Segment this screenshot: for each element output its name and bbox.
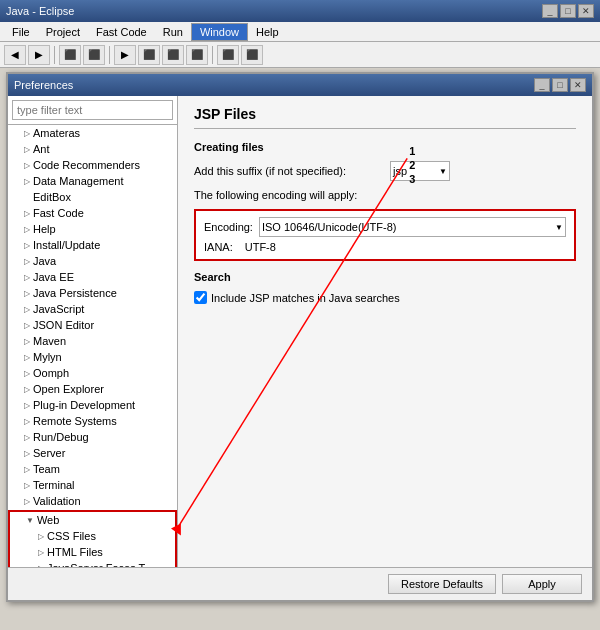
toolbar: ◀ ▶ ⬛ ⬛ ▶ ⬛ ⬛ ⬛ ⬛ ⬛ <box>0 42 600 68</box>
restore-defaults-button[interactable]: Restore Defaults <box>388 574 496 594</box>
dialog-maximize[interactable]: □ <box>552 78 568 92</box>
tree-item-htmlfiles[interactable]: ▷HTML Files <box>10 544 175 560</box>
tree-item-amateras[interactable]: ▷Amateras <box>8 125 177 141</box>
iana-value: UTF-8 <box>245 241 276 253</box>
search-section: Search Include JSP matches in Java searc… <box>194 271 576 304</box>
tree-item-editbox[interactable]: ▷EditBox <box>8 189 177 205</box>
tree-item-javapersistence[interactable]: ▷Java Persistence <box>8 285 177 301</box>
menu-run[interactable]: Run <box>155 24 191 40</box>
encoding-field-label: Encoding: <box>204 221 253 233</box>
encoding-value: ISO 10646/Unicode(UTF-8) <box>262 221 397 233</box>
tree-item-fastcode[interactable]: ▷Fast Code <box>8 205 177 221</box>
dialog-title: Preferences <box>14 79 534 91</box>
window-controls[interactable]: _ □ ✕ <box>542 4 594 18</box>
encoding-select[interactable]: ISO 10646/Unicode(UTF-8) ▼ <box>259 217 566 237</box>
tree-item-coderecommenders[interactable]: ▷Code Recommenders <box>8 157 177 173</box>
dialog-controls[interactable]: _ □ ✕ <box>534 78 586 92</box>
menu-bar: File Project Fast Code Run Window Help <box>0 22 600 42</box>
right-panel: JSP Files Creating files Add this suffix… <box>178 96 592 567</box>
toolbar-btn-3[interactable]: ⬛ <box>59 45 81 65</box>
toolbar-btn-9[interactable]: ⬛ <box>217 45 239 65</box>
tree-item-rundebug[interactable]: ▷Run/Debug <box>8 429 177 445</box>
toolbar-sep-2 <box>109 46 110 64</box>
tree-item-installupdate[interactable]: ▷Install/Update <box>8 237 177 253</box>
toolbar-btn-1[interactable]: ◀ <box>4 45 26 65</box>
iana-label: IANA: <box>204 241 233 253</box>
menu-fastcode[interactable]: Fast Code <box>88 24 155 40</box>
dialog-bottom: Restore Defaults Apply <box>8 567 592 600</box>
minimize-button[interactable]: _ <box>542 4 558 18</box>
tree-filter-input[interactable] <box>12 100 173 120</box>
toolbar-btn-6[interactable]: ⬛ <box>138 45 160 65</box>
apply-button[interactable]: Apply <box>502 574 582 594</box>
menu-window[interactable]: Window <box>191 23 248 41</box>
search-heading: Search <box>194 271 576 283</box>
tree-content: ▷Amateras ▷Ant ▷Code Recommenders ▷Data … <box>8 125 177 567</box>
tree-item-mylyn[interactable]: ▷Mylyn <box>8 349 177 365</box>
tree-item-datamanagement[interactable]: ▷Data Management <box>8 173 177 189</box>
tree-item-remotesystems[interactable]: ▷Remote Systems <box>8 413 177 429</box>
tree-panel: ▷Amateras ▷Ant ▷Code Recommenders ▷Data … <box>8 96 178 567</box>
tree-item-openexplorer[interactable]: ▷Open Explorer <box>8 381 177 397</box>
tree-item-cssfiles[interactable]: ▷CSS Files <box>10 528 175 544</box>
iana-row: IANA: UTF-8 <box>204 241 566 253</box>
app-title-bar: Java - Eclipse _ □ ✕ <box>0 0 600 22</box>
tree-filter-area <box>8 96 177 125</box>
tree-item-java[interactable]: ▷Java <box>8 253 177 269</box>
tree-item-web[interactable]: ▼Web <box>10 512 175 528</box>
menu-project[interactable]: Project <box>38 24 88 40</box>
tree-item-help[interactable]: ▷Help <box>8 221 177 237</box>
encoding-description-row: The following encoding will apply: <box>194 189 576 201</box>
encoding-description-label: The following encoding will apply: <box>194 189 357 201</box>
toolbar-sep-1 <box>54 46 55 64</box>
suffix-label: Add this suffix (if not specified): <box>194 165 384 177</box>
suffix-dropdown-icon: ▼ <box>439 167 447 176</box>
close-button[interactable]: ✕ <box>578 4 594 18</box>
tree-item-validation[interactable]: ▷Validation <box>8 493 177 509</box>
tree-item-javaee[interactable]: ▷Java EE <box>8 269 177 285</box>
tree-item-ant[interactable]: ▷Ant <box>8 141 177 157</box>
tree-item-plugindevelopment[interactable]: ▷Plug-in Development <box>8 397 177 413</box>
tree-item-jsoneditor[interactable]: ▷JSON Editor <box>8 317 177 333</box>
suffix-row: Add this suffix (if not specified): jsp … <box>194 161 576 181</box>
maximize-button[interactable]: □ <box>560 4 576 18</box>
toolbar-btn-7[interactable]: ⬛ <box>162 45 184 65</box>
toolbar-btn-5[interactable]: ▶ <box>114 45 136 65</box>
menu-help[interactable]: Help <box>248 24 287 40</box>
suffix-select[interactable]: jsp ▼ <box>390 161 450 181</box>
dialog-minimize[interactable]: _ <box>534 78 550 92</box>
encoding-row: Encoding: ISO 10646/Unicode(UTF-8) ▼ <box>204 217 566 237</box>
creating-files-heading: Creating files <box>194 141 576 153</box>
search-checkbox[interactable] <box>194 291 207 304</box>
tree-item-maven[interactable]: ▷Maven <box>8 333 177 349</box>
dialog-content: ▷Amateras ▷Ant ▷Code Recommenders ▷Data … <box>8 96 592 567</box>
toolbar-sep-3 <box>212 46 213 64</box>
tree-item-jsf[interactable]: ▷JavaServer Faces T <box>10 560 175 567</box>
tree-item-oomph[interactable]: ▷Oomph <box>8 365 177 381</box>
encoding-box: Encoding: ISO 10646/Unicode(UTF-8) ▼ IAN… <box>194 209 576 261</box>
dialog-close[interactable]: ✕ <box>570 78 586 92</box>
toolbar-btn-2[interactable]: ▶ <box>28 45 50 65</box>
search-checkbox-row: Include JSP matches in Java searches <box>194 291 576 304</box>
tree-item-team[interactable]: ▷Team <box>8 461 177 477</box>
toolbar-btn-4[interactable]: ⬛ <box>83 45 105 65</box>
panel-title: JSP Files <box>194 106 576 129</box>
dialog-title-bar: Preferences _ □ ✕ <box>8 74 592 96</box>
search-checkbox-label: Include JSP matches in Java searches <box>211 292 400 304</box>
tree-item-terminal[interactable]: ▷Terminal <box>8 477 177 493</box>
menu-file[interactable]: File <box>4 24 38 40</box>
tree-item-javascript[interactable]: ▷JavaScript <box>8 301 177 317</box>
preferences-dialog: Preferences _ □ ✕ ▷Amateras ▷Ant ▷Code R… <box>6 72 594 602</box>
suffix-value: jsp <box>393 165 407 177</box>
tree-item-server[interactable]: ▷Server <box>8 445 177 461</box>
toolbar-btn-8[interactable]: ⬛ <box>186 45 208 65</box>
encoding-dropdown-icon: ▼ <box>555 223 563 232</box>
toolbar-btn-10[interactable]: ⬛ <box>241 45 263 65</box>
app-title: Java - Eclipse <box>6 5 542 17</box>
